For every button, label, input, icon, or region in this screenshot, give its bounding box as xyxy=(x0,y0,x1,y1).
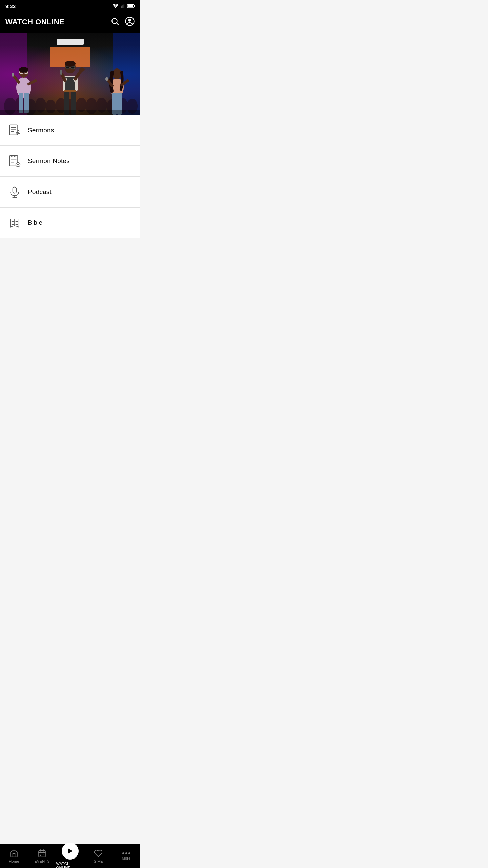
status-icons xyxy=(113,4,135,8)
svg-rect-78 xyxy=(13,187,17,193)
svg-rect-59 xyxy=(9,125,18,135)
status-time: 9:32 xyxy=(5,3,16,9)
header-actions xyxy=(110,16,135,28)
podcast-menu-item[interactable]: Podcast xyxy=(0,177,140,208)
bible-label: Bible xyxy=(28,219,42,226)
app-header: WATCH ONLINE xyxy=(0,12,140,33)
status-bar: 9:32 xyxy=(0,0,140,12)
svg-line-47 xyxy=(62,74,65,81)
svg-rect-3 xyxy=(124,4,124,8)
signal-icon xyxy=(121,4,125,8)
svg-point-46 xyxy=(65,61,76,67)
sermon-notes-icon xyxy=(7,153,22,169)
bible-menu-item[interactable]: Bible xyxy=(0,208,140,238)
svg-line-65 xyxy=(17,130,19,131)
wifi-icon xyxy=(113,4,119,8)
menu-list: Sermons Sermon xyxy=(0,115,140,238)
svg-point-10 xyxy=(128,19,131,22)
svg-point-66 xyxy=(18,132,20,134)
svg-point-50 xyxy=(79,67,85,72)
svg-point-57 xyxy=(105,77,108,81)
sermon-notes-menu-item[interactable]: Sermon Notes xyxy=(0,146,140,177)
podcast-label: Podcast xyxy=(28,188,52,196)
profile-button[interactable] xyxy=(125,16,135,28)
search-button[interactable] xyxy=(110,17,119,27)
stage-scene-svg xyxy=(0,47,140,115)
hero-scene xyxy=(0,33,140,115)
sermons-menu-item[interactable]: Sermons xyxy=(0,115,140,146)
sermons-label: Sermons xyxy=(28,126,54,134)
svg-rect-44 xyxy=(71,66,75,69)
podcast-icon xyxy=(7,184,22,200)
svg-rect-2 xyxy=(123,5,123,8)
svg-rect-43 xyxy=(66,66,69,69)
svg-rect-0 xyxy=(121,6,121,8)
svg-line-32 xyxy=(14,76,19,82)
svg-rect-58 xyxy=(0,110,140,115)
bible-icon xyxy=(7,215,22,231)
svg-line-8 xyxy=(117,23,119,25)
svg-line-49 xyxy=(75,71,81,79)
page-content: Sermons Sermon xyxy=(0,33,140,279)
svg-line-34 xyxy=(29,81,36,84)
sermon-notes-label: Sermon Notes xyxy=(28,157,70,165)
svg-rect-1 xyxy=(122,5,122,8)
svg-rect-5 xyxy=(134,5,135,7)
svg-point-33 xyxy=(12,73,14,77)
sermons-icon xyxy=(7,122,22,138)
page-title: WATCH ONLINE xyxy=(5,18,64,26)
svg-point-54 xyxy=(112,68,122,79)
svg-rect-6 xyxy=(128,5,133,7)
battery-icon xyxy=(127,4,135,8)
hero-image xyxy=(0,33,140,115)
svg-rect-48 xyxy=(60,70,62,75)
stage-screen-white xyxy=(57,39,84,45)
svg-rect-41 xyxy=(64,90,76,92)
svg-point-31 xyxy=(19,67,28,73)
